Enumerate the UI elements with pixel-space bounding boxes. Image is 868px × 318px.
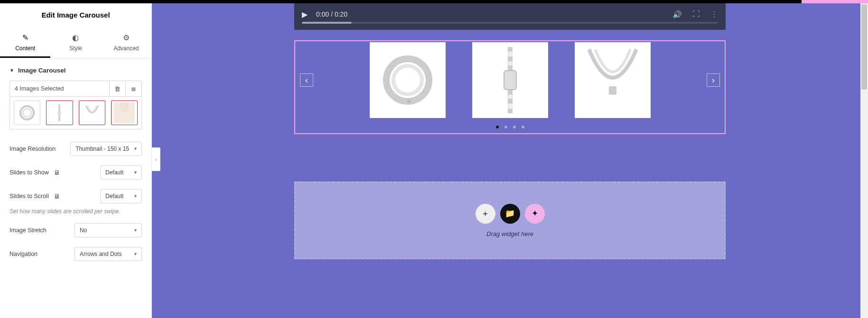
folder-icon: 📁 bbox=[505, 209, 515, 218]
video-progress-bar[interactable] bbox=[302, 22, 718, 24]
svg-point-1 bbox=[23, 109, 31, 117]
svg-rect-14 bbox=[609, 86, 616, 95]
tab-style[interactable]: ◐ Style bbox=[50, 27, 101, 58]
carousel-dot-2[interactable] bbox=[504, 126, 507, 128]
contrast-icon: ◐ bbox=[72, 33, 79, 42]
chevron-down-icon: ▼ bbox=[133, 170, 138, 175]
sparkle-icon: ✦ bbox=[532, 209, 538, 218]
scrollbar-thumb[interactable] bbox=[861, 4, 867, 90]
svg-point-13 bbox=[507, 103, 513, 109]
slides-to-scroll-select[interactable]: Default ▼ bbox=[100, 189, 142, 203]
fullscreen-icon[interactable]: ⛶ bbox=[692, 10, 700, 18]
section-toggle-image-carousel[interactable]: ▼ Image Carousel bbox=[0, 58, 151, 81]
model-necklace-icon bbox=[113, 102, 136, 123]
image-stretch-select[interactable]: No ▼ bbox=[75, 223, 142, 237]
desktop-icon[interactable]: 🖥 bbox=[54, 192, 60, 200]
carousel-next-button[interactable]: › bbox=[707, 73, 720, 87]
top-bar bbox=[0, 0, 868, 3]
volume-icon[interactable]: 🔊 bbox=[672, 10, 682, 19]
tab-label: Advanced bbox=[113, 45, 139, 52]
carousel-slide-1 bbox=[370, 42, 446, 118]
image-resolution-select[interactable]: Thumbnail - 150 x 15 ▼ bbox=[70, 142, 142, 156]
thumbnail-2[interactable] bbox=[46, 100, 73, 125]
chevron-down-icon: ▼ bbox=[133, 252, 138, 256]
image-thumbnails bbox=[9, 97, 142, 129]
gear-icon: ⚙ bbox=[123, 33, 130, 42]
vertical-scrollbar[interactable]: ▲ bbox=[860, 3, 868, 318]
panel-tabs: ✎ Content ◐ Style ⚙ Advanced bbox=[0, 27, 151, 58]
clasp-icon bbox=[48, 102, 71, 123]
dropzone-text: Drag widget here bbox=[486, 230, 533, 237]
svg-point-7 bbox=[407, 100, 411, 103]
carousel-dot-4[interactable] bbox=[522, 126, 524, 128]
chevron-down-icon: ▼ bbox=[133, 146, 138, 151]
bracelet-icon bbox=[16, 102, 38, 123]
necklace-icon bbox=[81, 102, 103, 123]
select-value: Thumbnail - 150 x 15 bbox=[75, 145, 129, 152]
gallery-settings-button[interactable]: ≣ bbox=[125, 81, 141, 96]
more-icon[interactable]: ⋮ bbox=[710, 10, 718, 19]
slides-to-scroll-help: Set how many slides are scrolled per swi… bbox=[0, 208, 151, 218]
thumbnail-3[interactable] bbox=[79, 100, 105, 125]
navigation-label: Navigation bbox=[9, 251, 37, 257]
trash-icon: 🗑 bbox=[114, 85, 121, 92]
images-selected-label: 4 Images Selected bbox=[10, 81, 109, 96]
carousel-slide-2 bbox=[472, 42, 548, 118]
editor-canvas: ▶ 0:00 / 0:20 🔊 ⛶ ⋮ ‹ bbox=[152, 0, 868, 318]
bracelet-image bbox=[372, 45, 443, 116]
select-value: Arrows and Dots bbox=[80, 251, 122, 257]
sidebar-collapse-handle[interactable]: ‹ bbox=[152, 147, 160, 171]
desktop-icon[interactable]: 🖥 bbox=[54, 169, 60, 176]
image-carousel-widget[interactable]: ‹ bbox=[294, 40, 726, 134]
video-time: 0:00 / 0:20 bbox=[316, 10, 664, 18]
tab-content[interactable]: ✎ Content bbox=[0, 27, 50, 58]
slides-to-show-select[interactable]: Default ▼ bbox=[100, 165, 142, 180]
caret-down-icon: ▼ bbox=[9, 68, 14, 73]
pencil-icon: ✎ bbox=[22, 33, 28, 42]
tab-label: Content bbox=[15, 45, 35, 52]
chevron-left-icon: ‹ bbox=[155, 156, 157, 162]
chevron-right-icon: › bbox=[712, 75, 715, 85]
svg-point-6 bbox=[393, 66, 422, 94]
tab-advanced[interactable]: ⚙ Advanced bbox=[101, 27, 151, 58]
section-title: Image Carousel bbox=[18, 67, 66, 74]
add-widget-button[interactable]: ＋ bbox=[476, 204, 495, 224]
empty-section-dropzone[interactable]: ＋ 📁 ✦ Drag widget here bbox=[294, 182, 726, 259]
select-value: No bbox=[80, 227, 87, 234]
panel-title: Edit Image Carousel bbox=[0, 3, 151, 27]
images-selected-bar: 4 Images Selected 🗑 ≣ bbox=[9, 81, 142, 97]
necklace-image bbox=[577, 45, 648, 116]
svg-point-12 bbox=[508, 94, 513, 99]
editor-sidebar: Edit Image Carousel ✎ Content ◐ Style ⚙ … bbox=[0, 0, 152, 318]
svg-point-10 bbox=[508, 61, 513, 66]
carousel-dot-1[interactable] bbox=[496, 126, 499, 128]
play-icon[interactable]: ▶ bbox=[302, 10, 308, 19]
add-template-button[interactable]: 📁 bbox=[500, 204, 520, 224]
svg-rect-11 bbox=[504, 71, 516, 90]
plus-icon: ＋ bbox=[481, 208, 489, 219]
select-value: Default bbox=[105, 193, 123, 200]
carousel-dots bbox=[295, 119, 725, 133]
navigation-select[interactable]: Arrows and Dots ▼ bbox=[75, 247, 142, 261]
image-resolution-label: Image Resolution bbox=[9, 145, 56, 152]
select-value: Default bbox=[105, 169, 123, 176]
delete-images-button[interactable]: 🗑 bbox=[109, 81, 125, 96]
svg-point-9 bbox=[507, 51, 513, 57]
ai-button[interactable]: ✦ bbox=[525, 204, 545, 224]
slides-to-show-label: Slides to Show bbox=[9, 169, 49, 176]
video-widget[interactable]: ▶ 0:00 / 0:20 🔊 ⛶ ⋮ bbox=[294, 3, 726, 30]
image-stretch-label: Image Stretch bbox=[9, 227, 47, 234]
thumbnail-1[interactable] bbox=[14, 100, 40, 125]
svg-rect-3 bbox=[58, 111, 61, 116]
slides-to-scroll-label: Slides to Scroll bbox=[9, 193, 49, 200]
tab-label: Style bbox=[69, 45, 82, 52]
carousel-dot-3[interactable] bbox=[513, 126, 516, 128]
carousel-prev-button[interactable]: ‹ bbox=[300, 73, 313, 87]
carousel-slide-3 bbox=[575, 42, 651, 118]
chevron-down-icon: ▼ bbox=[133, 228, 138, 233]
chevron-down-icon: ▼ bbox=[133, 194, 138, 199]
thumbnail-4[interactable] bbox=[111, 100, 138, 125]
database-icon: ≣ bbox=[131, 85, 136, 92]
chevron-left-icon: ‹ bbox=[305, 75, 308, 85]
clasp-image bbox=[475, 45, 546, 116]
